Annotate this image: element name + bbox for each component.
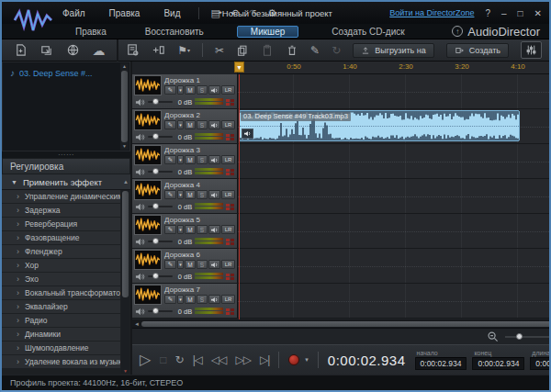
transfer-icon[interactable]: ↻	[332, 45, 341, 56]
stop-button[interactable]: □	[160, 354, 165, 365]
solo-button[interactable]: S	[197, 260, 208, 269]
playhead-line[interactable]	[239, 74, 240, 319]
scrollbar-thumb[interactable]	[141, 321, 551, 327]
cut-icon[interactable]: ✂	[215, 45, 224, 56]
audio-clip[interactable]: 03. Deep Sense #49 Track03.mp3	[239, 110, 520, 141]
import-folder-icon[interactable]	[39, 43, 53, 57]
track-lane[interactable]	[238, 214, 551, 248]
pan-button[interactable]: LR	[221, 225, 235, 234]
menu-item[interactable]: Вид	[162, 6, 182, 20]
track-header[interactable]: Дорожка 5 ✎ ▾ M S LR	[132, 214, 238, 248]
help-button[interactable]: ?	[485, 8, 490, 18]
import-file-icon[interactable]	[14, 43, 28, 57]
track-header[interactable]: Дорожка 6 ✎ ▾ M S LR	[132, 249, 238, 283]
volume-slider[interactable]	[148, 171, 173, 173]
effect-item[interactable]: › Удаление вокала из музыки	[2, 355, 120, 369]
track-header[interactable]: Дорожка 3 ✎ ▾ M S LR	[132, 144, 238, 178]
volume-slider[interactable]	[148, 136, 173, 138]
loop-button[interactable]: ↻	[175, 354, 184, 365]
record-button[interactable]	[288, 354, 299, 365]
volume-slider[interactable]	[148, 310, 173, 312]
effect-item[interactable]: › Вокальный трансформатор	[2, 286, 120, 300]
effect-item[interactable]: › Хор	[2, 259, 120, 273]
clip-speaker-icon[interactable]	[242, 129, 253, 139]
produce-button[interactable]: Создать	[446, 43, 509, 58]
track-lane[interactable]	[238, 284, 551, 318]
mute-button[interactable]: M	[185, 155, 196, 164]
volume-knob[interactable]	[152, 203, 159, 209]
zoom-out-icon[interactable]	[487, 330, 499, 342]
mute-button[interactable]: M	[185, 120, 196, 129]
apply-effect-group[interactable]: ▼ Применить эффект ▲	[2, 174, 130, 190]
fast-forward-button[interactable]: ▷▷	[235, 354, 250, 365]
effects-scrollbar[interactable]: ▼	[121, 190, 129, 374]
fade-dropdown-button[interactable]: ▾	[177, 120, 184, 129]
effect-item[interactable]: › Управление динамическим	[2, 190, 120, 204]
mute-button[interactable]: M	[185, 190, 196, 199]
scrollbar-thumb[interactable]	[122, 191, 129, 297]
effect-item[interactable]: › Задержка	[2, 204, 120, 218]
volume-slider[interactable]	[148, 101, 173, 103]
speaker-button[interactable]	[208, 190, 220, 199]
track-header[interactable]: Дорожка 1 ✎ ▾ M S LR	[132, 74, 238, 108]
insert-to-track-icon[interactable]	[152, 43, 165, 57]
volume-knob[interactable]	[152, 168, 159, 174]
scroll-down-icon[interactable]: ▼	[123, 368, 128, 374]
timeline-horizontal-scrollbar[interactable]: ◄ ►	[132, 319, 551, 328]
menu-item[interactable]: Правка	[107, 6, 142, 20]
speaker-button[interactable]	[208, 260, 220, 269]
effect-item[interactable]: › Радио	[2, 314, 120, 328]
solo-button[interactable]: S	[197, 190, 208, 199]
fade-tool-button[interactable]: ✎	[164, 190, 176, 199]
panel-splitter[interactable]: ⋯⋯	[2, 151, 130, 158]
mute-button[interactable]: M	[185, 295, 196, 304]
track-lane[interactable]	[238, 144, 551, 178]
fade-dropdown-button[interactable]: ▾	[177, 225, 184, 234]
go-to-start-button[interactable]: |◁	[193, 354, 202, 365]
fade-tool-button[interactable]: ✎	[164, 295, 176, 304]
effect-item[interactable]: › Реверберация	[2, 218, 120, 231]
effect-item[interactable]: › Динамики	[2, 328, 120, 342]
pan-button[interactable]: LR	[221, 260, 235, 269]
upload-to-button[interactable]: Выгрузить на	[353, 43, 434, 58]
fade-tool-button[interactable]: ✎	[164, 260, 176, 269]
solo-button[interactable]: S	[197, 155, 208, 164]
volume-knob[interactable]	[152, 133, 159, 140]
fade-dropdown-button[interactable]: ▾	[177, 190, 184, 199]
timeline-ruler[interactable]: ▼ 0:501:402:303:204:10	[132, 62, 551, 74]
directorzone-download-icon[interactable]	[66, 43, 80, 57]
fade-dropdown-button[interactable]: ▾	[177, 260, 184, 269]
rewind-button[interactable]: ◁◁	[211, 354, 226, 365]
pan-button[interactable]: LR	[221, 120, 235, 129]
volume-knob[interactable]	[152, 273, 159, 279]
volume-knob[interactable]	[152, 308, 159, 314]
solo-button[interactable]: S	[197, 295, 208, 304]
cloud-icon[interactable]: ☁	[92, 44, 105, 57]
volume-slider[interactable]	[148, 206, 173, 207]
effect-item[interactable]: › Шумоподавление	[2, 342, 120, 355]
library-item[interactable]: ♪ 03. Deep Sense #...	[3, 62, 129, 80]
zoom-knob[interactable]	[516, 333, 523, 340]
track-header[interactable]: Дорожка 7 ✎ ▾ M S LR	[132, 284, 238, 318]
speaker-button[interactable]	[208, 120, 220, 129]
maximize-button[interactable]: □	[518, 8, 523, 18]
ruler-scale[interactable]: ▼ 0:501:402:303:204:10	[238, 62, 551, 74]
draw-icon[interactable]: ✎	[310, 45, 320, 56]
playhead-marker[interactable]: ▼	[234, 62, 244, 73]
record-dropdown-icon[interactable]: ▾	[305, 356, 309, 364]
mute-button[interactable]: M	[185, 225, 196, 234]
volume-slider[interactable]	[148, 275, 173, 277]
effect-item[interactable]: › Фазовращение	[2, 231, 120, 245]
scroll-up-icon[interactable]: ▲	[123, 179, 129, 185]
mixer-panel-toggle[interactable]	[521, 41, 542, 59]
properties-icon[interactable]	[126, 43, 140, 57]
delete-icon[interactable]	[286, 44, 298, 57]
fade-tool-button[interactable]: ✎	[164, 120, 176, 129]
zoom-slider[interactable]	[505, 336, 551, 338]
pan-button[interactable]: LR	[221, 155, 235, 164]
fade-dropdown-button[interactable]: ▾	[177, 155, 184, 164]
play-button[interactable]: ▷	[140, 353, 151, 367]
pan-button[interactable]: LR	[221, 85, 235, 95]
scroll-up-icon[interactable]: ▲	[122, 63, 127, 70]
effect-item[interactable]: › Эквалайзер	[2, 300, 120, 314]
